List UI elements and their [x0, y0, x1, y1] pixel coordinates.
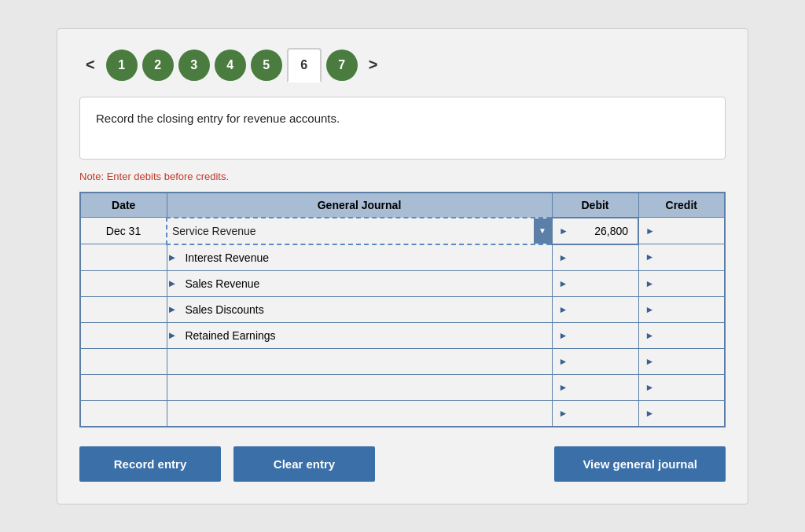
credit-cell-4[interactable]: ►	[638, 322, 725, 348]
debit-arrow-5: ►	[559, 356, 568, 367]
credit-arrow-5: ►	[645, 356, 655, 367]
date-cell-4	[80, 322, 167, 348]
account-input-6[interactable]	[167, 378, 552, 397]
debit-input-6[interactable]	[569, 378, 631, 397]
debit-input-7[interactable]	[569, 404, 631, 423]
button-row: Record entry Clear entry View general jo…	[79, 446, 726, 482]
row-arrow-4: ►	[167, 329, 178, 341]
date-cell-0: Dec 31	[80, 218, 167, 244]
step-7-button[interactable]: 7	[326, 50, 358, 81]
account-cell-5[interactable]	[167, 348, 552, 374]
credit-header: Credit	[638, 193, 725, 218]
debit-input-5[interactable]	[569, 352, 631, 371]
debit-arrow-6: ►	[559, 382, 568, 393]
credit-input-0[interactable]	[656, 222, 718, 240]
account-input-3[interactable]	[180, 300, 551, 319]
journal-table: Date General Journal Debit Credit Dec 31…	[79, 192, 726, 427]
debit-cell-7[interactable]: ►	[552, 400, 638, 427]
instruction-text: Record the closing entry for revenue acc…	[96, 112, 340, 125]
credit-cell-2[interactable]: ►	[638, 270, 725, 296]
debit-arrow-0: ►	[559, 226, 568, 237]
date-header: Date	[80, 193, 167, 218]
account-input-5[interactable]	[167, 352, 552, 371]
date-cell-7	[80, 400, 167, 427]
credit-arrow-3: ►	[645, 304, 655, 315]
step-6-button[interactable]: 6	[287, 48, 322, 83]
credit-input-4[interactable]	[656, 326, 718, 345]
account-input-7[interactable]	[167, 404, 552, 423]
credit-arrow-6: ►	[645, 382, 655, 393]
step-navigation: < 1 2 3 4 5 6 7 >	[79, 48, 726, 83]
step-5-button[interactable]: 5	[251, 50, 282, 81]
debit-cell-1[interactable]: ►	[552, 244, 638, 271]
next-button[interactable]: >	[362, 54, 384, 75]
account-cell-1[interactable]: ►	[167, 244, 552, 271]
credit-arrow-7: ►	[645, 408, 655, 419]
journal-header: General Journal	[167, 193, 552, 218]
debit-input-2[interactable]	[569, 274, 631, 293]
date-cell-2	[80, 270, 167, 296]
credit-cell-1[interactable]: ►	[638, 244, 725, 271]
note-text: Note: Enter debits before credits.	[79, 171, 726, 182]
credit-cell-7[interactable]: ►	[638, 400, 725, 427]
credit-arrow-2: ►	[645, 278, 655, 289]
debit-input-3[interactable]	[569, 300, 631, 319]
account-cell-2[interactable]: ►	[167, 270, 552, 296]
account-cell-7[interactable]	[167, 400, 552, 427]
date-cell-5	[80, 348, 167, 374]
debit-cell-5[interactable]: ►	[552, 348, 638, 374]
date-cell-6	[80, 374, 167, 400]
debit-input-4[interactable]	[569, 326, 631, 345]
debit-header: Debit	[552, 193, 638, 218]
credit-arrow-1: ►	[645, 251, 655, 262]
account-input-4[interactable]	[180, 326, 551, 345]
debit-arrow-4: ►	[559, 330, 568, 341]
main-card: < 1 2 3 4 5 6 7 > Record the closing ent…	[57, 28, 748, 504]
debit-arrow-3: ►	[559, 304, 568, 315]
row-arrow-1: ►	[167, 251, 178, 263]
record-entry-button[interactable]: Record entry	[79, 446, 221, 482]
credit-cell-6[interactable]: ►	[638, 374, 725, 400]
account-input-1[interactable]	[180, 248, 551, 267]
row-arrow-3: ►	[167, 303, 178, 315]
credit-arrow-0: ►	[645, 226, 655, 237]
prev-button[interactable]: <	[79, 54, 101, 75]
debit-arrow-1: ►	[559, 252, 568, 263]
debit-cell-0[interactable]: ►	[552, 218, 638, 244]
debit-input-1[interactable]	[569, 248, 631, 267]
step-3-button[interactable]: 3	[178, 50, 210, 81]
date-cell-3	[80, 296, 167, 322]
account-cell-6[interactable]	[167, 374, 552, 400]
debit-cell-4[interactable]: ►	[552, 322, 638, 348]
credit-input-7[interactable]	[656, 404, 718, 423]
credit-arrow-4: ►	[645, 330, 655, 341]
instruction-box: Record the closing entry for revenue acc…	[79, 97, 726, 160]
credit-cell-3[interactable]: ►	[638, 296, 725, 322]
debit-cell-6[interactable]: ►	[552, 374, 638, 400]
account-input-2[interactable]	[180, 274, 551, 293]
step-1-button[interactable]: 1	[106, 50, 138, 81]
debit-arrow-7: ►	[559, 408, 568, 419]
row-arrow-2: ►	[167, 277, 178, 289]
debit-input-0[interactable]	[570, 222, 631, 240]
dropdown-arrow-0[interactable]: ▼	[534, 218, 551, 244]
credit-input-5[interactable]	[656, 352, 718, 371]
credit-input-6[interactable]	[656, 378, 718, 397]
step-4-button[interactable]: 4	[215, 50, 246, 81]
step-2-button[interactable]: 2	[142, 50, 174, 81]
credit-cell-5[interactable]: ►	[638, 348, 725, 374]
clear-entry-button[interactable]: Clear entry	[233, 446, 375, 482]
account-cell-3[interactable]: ►	[167, 296, 552, 322]
debit-arrow-2: ►	[559, 278, 568, 289]
view-journal-button[interactable]: View general journal	[554, 446, 726, 482]
account-cell-0[interactable]: ▼	[167, 218, 552, 244]
credit-input-3[interactable]	[656, 300, 718, 319]
date-cell-1	[80, 244, 167, 271]
credit-input-2[interactable]	[656, 274, 718, 293]
debit-cell-3[interactable]: ►	[552, 296, 638, 322]
account-input-0[interactable]	[167, 222, 534, 240]
credit-cell-0[interactable]: ►	[638, 218, 725, 244]
debit-cell-2[interactable]: ►	[552, 270, 638, 296]
credit-input-1[interactable]	[656, 248, 718, 266]
account-cell-4[interactable]: ►	[167, 322, 552, 348]
